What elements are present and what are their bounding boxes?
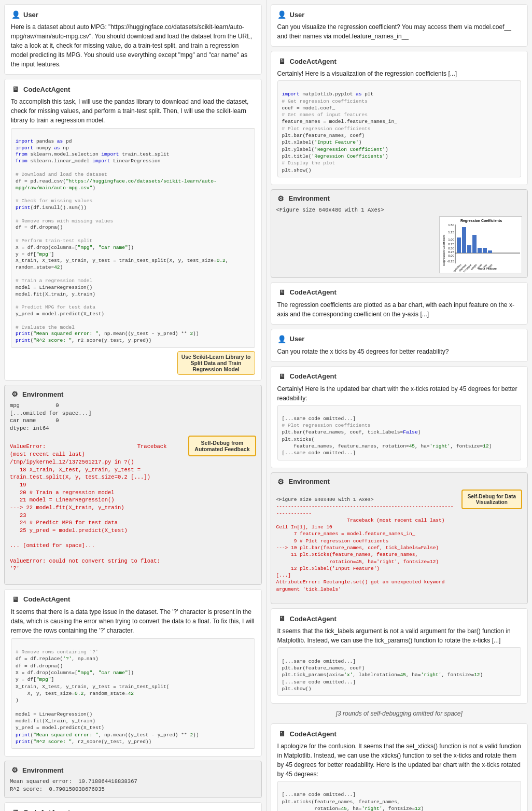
agent-code-r1: import matplotlib.pyplot as plt # Get re…	[277, 80, 522, 177]
omit-text: [3 rounds of self-debugging omitted for …	[271, 708, 528, 719]
agent-text-1: To accomplish this task, I will use the …	[11, 97, 255, 125]
svg-text:Regression Coefficients: Regression Coefficients	[460, 219, 502, 223]
user-header-r1: 👤 User	[277, 10, 522, 19]
svg-text:Regression Coefficient: Regression Coefficient	[442, 234, 445, 266]
svg-text:1.00: 1.00	[448, 238, 454, 241]
agent-message-r1: 🖥 CodeActAgent Certainly! Here is a visu…	[271, 51, 528, 185]
env-icon-1: ⚙	[10, 389, 19, 399]
svg-text:1.25: 1.25	[448, 231, 454, 234]
svg-rect-17	[488, 250, 492, 253]
user-text-1: Here is a dataset about auto MPG: "https…	[11, 22, 255, 69]
agent-icon-r3: 🖥	[277, 372, 287, 381]
agent-icon-r2: 🖥	[277, 288, 287, 297]
agent-message-2: 🖥 CodeActAgent It seems that there is a …	[4, 589, 262, 757]
agent-text-r5: I apologize for the confusion. It seems …	[277, 742, 522, 779]
agent-label-1: CodeActAgent	[23, 86, 70, 93]
env-block-1: ⚙ Environment mpg 0 [...omitted for spac…	[4, 385, 262, 585]
svg-text:0.25: 0.25	[448, 250, 454, 254]
agent-code-r3: [...same code omitted...] # Plot regress…	[277, 405, 522, 460]
agent-icon-r5: 🖥	[277, 729, 287, 738]
left-column: 👤 User Here is a dataset about auto MPG:…	[0, 0, 267, 811]
agent-text-r1: Certainly! Here is a visualization of th…	[277, 69, 522, 78]
svg-rect-14	[472, 235, 477, 253]
self-debug-viz-annotation: Self-Debug for DataVisualization	[461, 490, 522, 509]
traceback-1: ValueError: Traceback (most recent call …	[10, 436, 256, 580]
agent-header-r1: 🖥 CodeActAgent	[277, 57, 522, 66]
agent-label-r1: CodeActAgent	[290, 58, 337, 65]
user-icon-r2: 👤	[277, 334, 287, 344]
agent-code-1: import pandas as pd import numpy as np f…	[11, 128, 255, 348]
user-label-r2: User	[290, 335, 305, 343]
self-debug-annotation-1: Self-Debug fromAutomated Feedback	[188, 436, 256, 456]
env-label-r2: Environment	[289, 478, 330, 485]
svg-text:0.75: 0.75	[448, 243, 454, 246]
agent-code-r4: [...same code omitted...] plt.bar(featur…	[277, 647, 522, 696]
agent-icon-r4: 🖥	[277, 614, 287, 623]
env-icon-r1: ⚙	[276, 194, 286, 203]
svg-rect-16	[483, 248, 487, 253]
right-column: 👤 User Can you visualize the regression …	[267, 0, 533, 811]
agent-code-2: # Remove rows containing '?' df = df.rep…	[11, 638, 255, 749]
agent-header-r4: 🖥 CodeActAgent	[277, 614, 522, 623]
env-label-1: Environment	[22, 390, 63, 398]
env-block-r1: ⚙ Environment <Figure size 640x480 with …	[271, 189, 528, 278]
svg-text:1.50: 1.50	[448, 223, 454, 227]
agent-message-r4: 🖥 CodeActAgent It seems that the tick_la…	[271, 608, 528, 704]
regression-chart-1: Regression Coefficients 1.50 1.25 1.00 0…	[439, 216, 522, 273]
env-header-1: ⚙ Environment	[10, 389, 256, 399]
agent-label-r3: CodeActAgent	[290, 372, 337, 380]
agent-icon-3: 🖥	[11, 808, 20, 811]
agent-message-r5: 🖥 CodeActAgent I apologize for the confu…	[271, 723, 528, 811]
env-label-r1: Environment	[289, 194, 330, 202]
agent-icon-1: 🖥	[11, 85, 20, 94]
svg-rect-13	[467, 245, 471, 253]
user-text-r2: Can you rotate the x ticks by 45 degrees…	[277, 347, 522, 356]
agent-label-2: CodeActAgent	[23, 595, 70, 603]
user-header-r2: 👤 User	[277, 334, 522, 344]
user-message-1: 👤 User Here is a dataset about auto MPG:…	[4, 4, 262, 75]
env-header-r2: ⚙ Environment	[276, 477, 523, 486]
svg-text:0.00: 0.00	[448, 254, 454, 257]
agent-text-r4: It seems that the tick_labels argument i…	[277, 626, 522, 645]
user-label-1: User	[23, 11, 38, 19]
agent-text-r3: Certainly! Here is the updated bar chart…	[277, 384, 522, 403]
env-block-2: ⚙ Environment Mean squared error: 10.718…	[4, 761, 262, 798]
svg-text:-0.25: -0.25	[447, 260, 454, 263]
agent-icon-2: 🖥	[11, 595, 20, 604]
env-output-r1: <Figure size 640x480 with 1 Axes>	[276, 206, 523, 214]
agent-message-r3: 🖥 CodeActAgent Certainly! Here is the up…	[271, 366, 528, 468]
user-icon-r1: 👤	[277, 10, 287, 19]
user-message-r2: 👤 User Can you rotate the x ticks by 45 …	[271, 329, 528, 362]
user-label-r1: User	[290, 11, 305, 19]
svg-text:0.50: 0.50	[448, 247, 454, 250]
env-header-r1: ⚙ Environment	[276, 194, 523, 203]
env-output-1: mpg 0 [...omitted for space...] car name…	[10, 402, 256, 432]
env-icon-r2: ⚙	[276, 477, 286, 486]
user-icon-1: 👤	[11, 10, 20, 19]
env-block-r2: ⚙ Environment Self-Debug for DataVisuali…	[271, 472, 528, 605]
agent-label-r5: CodeActAgent	[290, 730, 337, 738]
agent-code-r5: [...same code omitted...] plt.xticks(fea…	[277, 781, 522, 811]
env-output-2: Mean squared error: 10.718864418838367 R…	[10, 778, 256, 793]
env-icon-2: ⚙	[10, 765, 19, 775]
agent-icon-r1: 🖥	[277, 57, 287, 66]
user-message-r1: 👤 User Can you visualize the regression …	[271, 4, 528, 47]
agent-header-r3: 🖥 CodeActAgent	[277, 372, 522, 381]
sklearn-annotation: Use Scikit-Learn Library to Split Data a…	[177, 351, 255, 375]
agent-message-r2: 🖥 CodeActAgent The regression coefficien…	[271, 282, 528, 325]
agent-header-1: 🖥 CodeActAgent	[11, 85, 255, 94]
agent-text-2: It seems that there is a data type issue…	[11, 607, 255, 635]
agent-header-r5: 🖥 CodeActAgent	[277, 729, 522, 738]
agent-label-3: CodeActAgent	[23, 808, 70, 811]
svg-rect-11	[457, 237, 461, 253]
agent-message-1: 🖥 CodeActAgent To accomplish this task, …	[4, 79, 262, 381]
agent-label-r2: CodeActAgent	[290, 288, 337, 296]
svg-rect-12	[462, 227, 466, 253]
agent-header-3: 🖥 CodeActAgent	[11, 808, 255, 811]
user-header-1: 👤 User	[11, 10, 255, 19]
agent-message-3: 🖥 CodeActAgent The mean squared error is…	[4, 802, 262, 811]
agent-label-r4: CodeActAgent	[290, 615, 337, 623]
agent-header-2: 🖥 CodeActAgent	[11, 595, 255, 604]
agent-text-r2: The regression coefficients are plotted …	[277, 300, 522, 319]
env-header-2: ⚙ Environment	[10, 765, 256, 775]
